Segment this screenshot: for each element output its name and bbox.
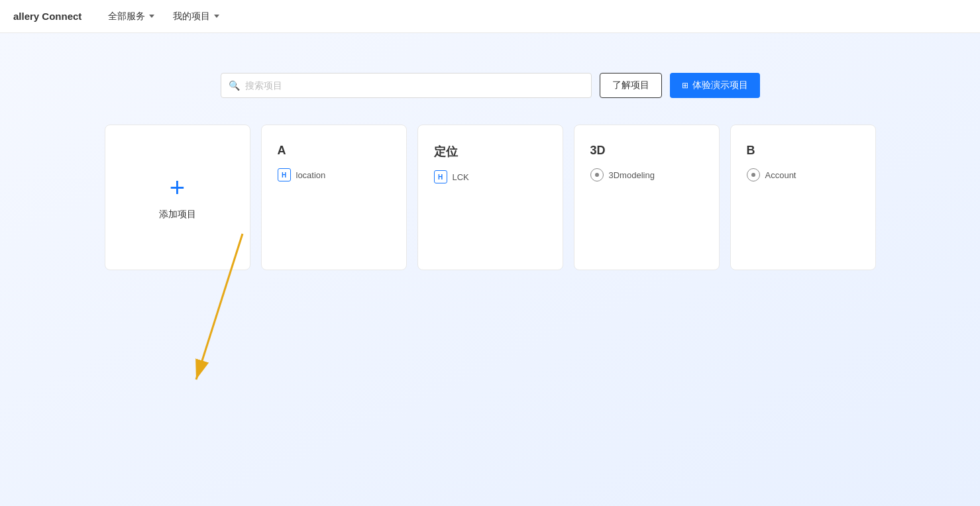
service-icon-round-b bbox=[747, 168, 760, 181]
project-card-dingwei[interactable]: 定位 H LCK bbox=[417, 125, 563, 270]
search-row: 🔍 了解项目 ⊞ 体验演示项目 bbox=[192, 73, 789, 98]
service-name-account: Account bbox=[765, 170, 796, 180]
brand-logo: allery Connect bbox=[13, 11, 82, 22]
service-icon-h-lck: H bbox=[434, 170, 447, 183]
chevron-down-icon bbox=[149, 15, 154, 18]
nav-all-services[interactable]: 全部服务 bbox=[101, 7, 161, 26]
project-card-a[interactable]: A H location bbox=[261, 125, 407, 270]
main-content: 🔍 了解项目 ⊞ 体验演示项目 + 添加项目 bbox=[0, 33, 980, 506]
demo-label: 体验演示项目 bbox=[692, 79, 748, 91]
nav-my-projects[interactable]: 我的项目 bbox=[166, 7, 226, 26]
add-project-label: 添加项目 bbox=[159, 209, 196, 221]
learn-button[interactable]: 了解项目 bbox=[600, 73, 662, 98]
search-input[interactable] bbox=[221, 73, 592, 98]
service-row-location: H location bbox=[278, 168, 390, 181]
search-icon: 🔍 bbox=[229, 80, 240, 91]
add-icon: + bbox=[170, 174, 185, 201]
service-row-3dmodeling: 3Dmodeling bbox=[590, 168, 703, 181]
project-title-b: B bbox=[747, 144, 859, 158]
service-name-lck: LCK bbox=[453, 172, 469, 182]
nav-menu: 全部服务 我的项目 bbox=[101, 7, 226, 26]
navbar: allery Connect 全部服务 我的项目 bbox=[0, 0, 980, 33]
nav-my-projects-label: 我的项目 bbox=[173, 11, 210, 23]
service-name-location: location bbox=[296, 170, 326, 180]
service-icon-h: H bbox=[278, 168, 291, 181]
project-title-dingwei: 定位 bbox=[434, 144, 547, 160]
nav-all-services-label: 全部服务 bbox=[108, 11, 145, 23]
cards-row: + 添加项目 A H location bbox=[105, 125, 876, 270]
service-row-lck: H LCK bbox=[434, 170, 547, 183]
service-icon-round-3d bbox=[590, 168, 604, 181]
demo-icon: ⊞ bbox=[682, 81, 688, 90]
demo-button[interactable]: ⊞ 体验演示项目 bbox=[670, 73, 760, 98]
chevron-down-icon bbox=[214, 15, 219, 18]
search-wrapper: 🔍 bbox=[221, 73, 592, 98]
service-row-account: Account bbox=[747, 168, 859, 181]
project-title-3d: 3D bbox=[590, 144, 703, 158]
project-title-a: A bbox=[278, 144, 390, 158]
add-project-card[interactable]: + 添加项目 bbox=[105, 125, 250, 270]
project-card-b[interactable]: B Account bbox=[730, 125, 876, 270]
service-name-3dmodeling: 3Dmodeling bbox=[609, 170, 655, 180]
project-card-3d[interactable]: 3D 3Dmodeling bbox=[574, 125, 720, 270]
